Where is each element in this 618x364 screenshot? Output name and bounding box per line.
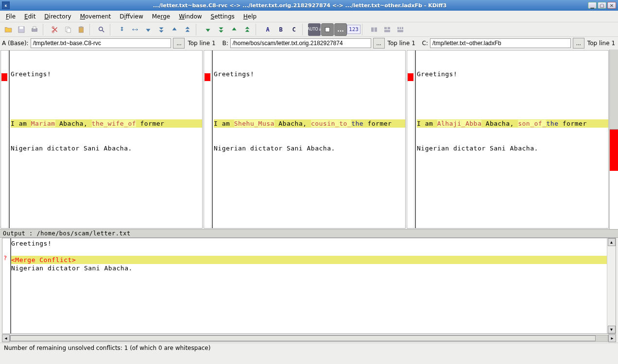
menu-directory[interactable]: Directory (40, 12, 75, 21)
path-b-input[interactable] (230, 38, 371, 48)
diff-panes: Greetings! I am Mariam Abacha, the_wife_… (0, 50, 618, 229)
select-b-button[interactable]: B (275, 23, 287, 36)
svg-rect-16 (388, 27, 390, 29)
svg-rect-3 (33, 27, 36, 29)
nav-diff-button[interactable] (116, 23, 128, 36)
minimize-button[interactable]: ▁ (588, 2, 597, 9)
menu-diffview[interactable]: Diffview (116, 12, 147, 21)
text-b[interactable]: Greetings! I am Shehu_Musa Abacha, cousi… (213, 50, 405, 228)
overview-ruler[interactable] (609, 50, 618, 229)
svg-rect-19 (400, 27, 401, 29)
nav-dots-button[interactable] (129, 23, 141, 36)
path-c-input[interactable] (430, 38, 571, 48)
svg-rect-13 (371, 27, 374, 32)
topline-a: Top line 1 (187, 40, 216, 47)
line-numbers-button[interactable]: 123 (347, 23, 360, 36)
menu-settings[interactable]: Settings (207, 12, 239, 21)
label-a-base: A (Base): (2, 40, 29, 47)
down-diff-button[interactable] (202, 23, 214, 36)
pane-b[interactable]: Greetings! I am Shehu_Musa Abacha, cousi… (204, 50, 406, 229)
toolbar: A B C AUTO↓ ... 123 (0, 22, 618, 37)
up-arrow-button[interactable] (168, 23, 181, 36)
text-a[interactable]: Greetings! I am Mariam Abacha, the_wife_… (10, 50, 202, 228)
gutter-c (407, 50, 414, 228)
status-text: Number of remaining unsolved conflicts: … (4, 345, 210, 351)
layout2-button[interactable] (381, 23, 394, 36)
overview-conflict-mark (610, 130, 618, 171)
path-a-input[interactable] (31, 38, 172, 48)
menu-edit[interactable]: Edit (20, 12, 39, 21)
svg-point-11 (135, 29, 136, 30)
label-c: C: (422, 40, 428, 47)
up-double-diff-button[interactable] (241, 23, 254, 36)
select-a-button[interactable]: A (261, 23, 274, 36)
up-diff-button[interactable] (228, 23, 240, 36)
browse-c-button[interactable]: ... (573, 38, 584, 49)
svg-rect-20 (402, 27, 403, 29)
scroll-thumb[interactable] (10, 335, 596, 341)
open-button[interactable] (2, 23, 15, 36)
scroll-up-icon[interactable]: ▴ (608, 238, 616, 246)
label-b: B: (222, 40, 228, 47)
cut-button[interactable] (49, 23, 61, 36)
gutter-b (204, 50, 211, 228)
up-double-button[interactable] (181, 23, 194, 36)
down-arrow-button[interactable] (142, 23, 154, 36)
menu-window[interactable]: Window (175, 12, 206, 21)
down-double-button[interactable] (155, 23, 168, 36)
close-button[interactable]: ✕ (607, 2, 616, 9)
conflict-mark-icon (1, 73, 7, 81)
topline-c: Top line 1 (586, 40, 616, 47)
copy-button[interactable] (62, 23, 74, 36)
app-icon: K (2, 1, 10, 9)
browse-b-button[interactable]: ... (373, 38, 385, 49)
maximize-button[interactable]: ▢ (598, 2, 606, 9)
layout1-button[interactable] (368, 23, 380, 36)
conflict-mark-icon (205, 73, 210, 81)
show-dots-button[interactable]: ... (334, 23, 347, 36)
hscroll[interactable]: ◂ ▸ (2, 334, 616, 343)
menubar: File Edit Directory Movement Diffview Me… (0, 11, 618, 22)
select-c-button[interactable]: C (288, 23, 300, 36)
titlebar: K .../letter.txt~base.C8-rvc <-> .../let… (0, 0, 618, 11)
scroll-right-icon[interactable]: ▸ (608, 334, 616, 342)
pane-a[interactable]: Greetings! I am Mariam Abacha, the_wife_… (0, 50, 203, 229)
topline-b: Top line 1 (387, 40, 416, 47)
scroll-left-icon[interactable]: ◂ (2, 334, 10, 342)
pane-c[interactable]: Greetings! I am Alhaji_Abba Abacha, son_… (407, 50, 609, 229)
browse-a-button[interactable]: ... (173, 38, 185, 49)
svg-rect-15 (384, 27, 387, 29)
search-button[interactable] (95, 23, 108, 36)
svg-rect-8 (79, 27, 84, 32)
output-vscroll[interactable]: ▴ ▾ (607, 238, 616, 333)
menu-movement[interactable]: Movement (76, 12, 115, 21)
window-title: .../letter.txt~base.C8-rvc <-> .../lette… (12, 2, 588, 9)
conflict-question-icon: ? (2, 255, 9, 263)
svg-rect-12 (326, 27, 330, 32)
down-double-diff-button[interactable] (215, 23, 227, 36)
svg-rect-21 (397, 30, 403, 32)
output-text[interactable]: Greetings! <Merge Conflict> Nigerian dic… (11, 238, 607, 333)
print-button[interactable] (28, 23, 41, 36)
menu-file[interactable]: File (2, 12, 19, 21)
show-white-button[interactable] (321, 23, 334, 36)
svg-rect-9 (80, 26, 83, 28)
auto-button[interactable]: AUTO↓ (308, 23, 321, 36)
svg-rect-1 (19, 27, 23, 29)
paste-button[interactable] (75, 23, 87, 36)
svg-rect-14 (375, 27, 377, 32)
menu-merge[interactable]: Merge (148, 12, 174, 21)
layout3-button[interactable] (394, 23, 407, 36)
svg-rect-17 (384, 30, 390, 32)
path-bar: A (Base): ... Top line 1 B: ... Top line… (0, 37, 618, 50)
output-pane[interactable]: ? Greetings! <Merge Conflict> Nigerian d… (2, 238, 616, 334)
svg-rect-18 (397, 27, 399, 29)
menu-help[interactable]: Help (240, 12, 260, 21)
scroll-down-icon[interactable]: ▾ (608, 326, 616, 333)
save-button[interactable] (15, 23, 28, 36)
conflict-mark-icon (408, 73, 413, 81)
overview-viewport (610, 50, 618, 130)
svg-point-10 (99, 27, 103, 31)
text-c[interactable]: Greetings! I am Alhaji_Abba Abacha, son_… (416, 50, 608, 228)
output-header: Output : /home/bos/scam/letter.txt (0, 229, 618, 238)
